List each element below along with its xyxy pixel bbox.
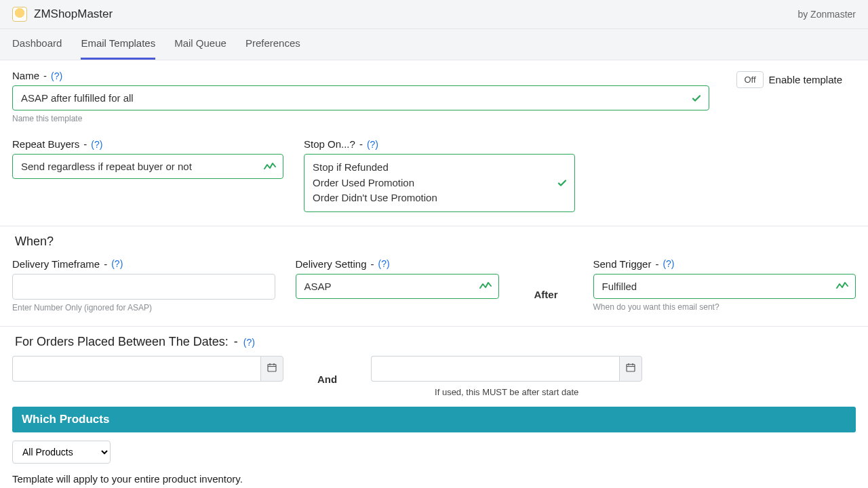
send-trigger-label-row: Send Trigger - (?): [593, 258, 856, 270]
end-date-group: [371, 356, 642, 382]
start-date-input[interactable]: [12, 356, 260, 382]
app-header: ZMShopMaster by Zonmaster: [0, 0, 868, 29]
enable-toggle-label: Enable template: [769, 74, 842, 85]
calendar-icon: [626, 363, 635, 374]
delivery-setting-label-row: Delivery Setting - (?): [296, 258, 499, 270]
name-input-value: ASAP after fulfilled for all: [21, 92, 134, 104]
send-trigger-help-link[interactable]: (?): [663, 258, 674, 269]
content-area: Name - (?) ASAP after fulfilled for all …: [0, 60, 868, 488]
timeframe-helper: Enter Number Only (ignored for ASAP): [12, 303, 275, 312]
repeat-buyers-label: Repeat Buyers: [12, 138, 79, 150]
stop-on-label: Stop On...?: [304, 138, 355, 150]
and-label: And: [301, 368, 353, 385]
tab-preferences[interactable]: Preferences: [245, 29, 300, 60]
timeframe-label: Delivery Timeframe: [12, 258, 100, 270]
tab-email-templates[interactable]: Email Templates: [81, 29, 155, 60]
svg-rect-4: [627, 365, 635, 372]
brand-icon: [12, 7, 27, 22]
delivery-setting-label: Delivery Setting: [296, 258, 367, 270]
chart-line-icon: [479, 281, 492, 291]
send-trigger-value: Fulfilled: [602, 281, 637, 292]
after-label: After: [519, 270, 573, 300]
repeat-buyers-help-link[interactable]: (?): [91, 139, 102, 150]
end-date-calendar-button[interactable]: [619, 356, 642, 382]
name-label-row: Name - (?): [12, 70, 709, 81]
main-tabs: Dashboard Email Templates Mail Queue Pre…: [0, 29, 868, 60]
end-date-input[interactable]: [371, 356, 619, 382]
chart-line-icon: [836, 281, 848, 291]
calendar-icon: [267, 363, 277, 374]
products-note: Template will apply to your entire produ…: [12, 473, 856, 485]
enable-toggle[interactable]: Off: [736, 71, 763, 88]
timeframe-help-link[interactable]: (?): [111, 258, 123, 269]
send-trigger-select[interactable]: Fulfilled: [593, 274, 856, 299]
start-date-calendar-button[interactable]: [260, 356, 283, 382]
repeat-buyers-value: Send regardless if repeat buyer or not: [21, 161, 192, 172]
start-date-group: [12, 356, 283, 382]
stop-on-option[interactable]: Order Didn't Use Promotion: [313, 190, 550, 206]
svg-rect-0: [268, 365, 276, 372]
brand-byline: by Zonmaster: [797, 9, 856, 20]
tab-dashboard[interactable]: Dashboard: [12, 29, 62, 60]
name-helper: Name this template: [12, 114, 709, 123]
stop-on-help-link[interactable]: (?): [367, 139, 378, 150]
delivery-setting-select[interactable]: ASAP: [296, 274, 499, 299]
send-trigger-helper: When do you want this email sent?: [593, 302, 856, 312]
brand: ZMShopMaster: [12, 7, 113, 22]
repeat-buyers-select[interactable]: Send regardless if repeat buyer or not: [12, 154, 283, 179]
stop-on-select[interactable]: Stop if Refunded Order Used Promotion Or…: [304, 154, 575, 212]
which-products-banner: Which Products: [12, 407, 856, 432]
timeframe-label-row: Delivery Timeframe - (?): [12, 258, 275, 270]
checkmark-icon: [691, 93, 702, 104]
dates-help-link[interactable]: (?): [243, 337, 255, 348]
dates-section-title-row: For Orders Placed Between The Dates: - (…: [15, 335, 856, 349]
name-help-link[interactable]: (?): [51, 70, 62, 81]
stop-on-label-row: Stop On...? - (?): [304, 138, 575, 150]
delivery-setting-help-link[interactable]: (?): [378, 258, 390, 269]
products-select[interactable]: All Products: [12, 441, 111, 464]
send-trigger-label: Send Trigger: [593, 258, 652, 270]
stop-on-option[interactable]: Stop if Refunded: [313, 160, 550, 176]
end-date-helper: If used, this MUST be after start date: [371, 387, 642, 397]
stop-on-option[interactable]: Order Used Promotion: [313, 176, 550, 191]
dates-section-title: For Orders Placed Between The Dates:: [15, 335, 229, 349]
name-label: Name: [12, 70, 39, 81]
brand-name: ZMShopMaster: [34, 7, 113, 21]
name-input[interactable]: ASAP after fulfilled for all: [12, 85, 709, 110]
timeframe-input[interactable]: [12, 274, 275, 300]
repeat-buyers-label-row: Repeat Buyers - (?): [12, 138, 283, 150]
checkmark-icon: [557, 178, 568, 188]
when-section-title: When?: [15, 235, 856, 249]
delivery-setting-value: ASAP: [304, 281, 332, 292]
chart-line-icon: [264, 162, 276, 171]
tab-mail-queue[interactable]: Mail Queue: [174, 29, 226, 60]
